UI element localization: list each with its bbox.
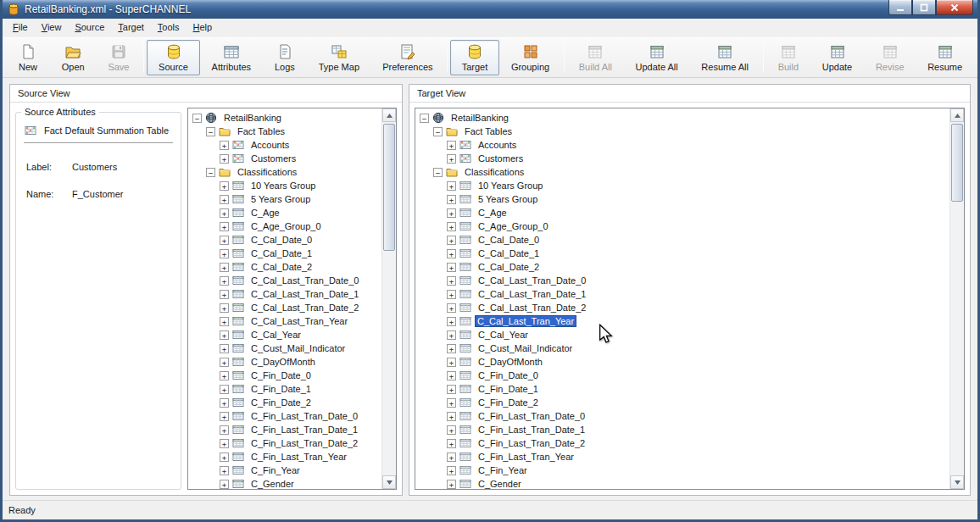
expand-icon[interactable]: +: [220, 317, 229, 326]
tree-item-label[interactable]: C_Fin_Year: [475, 464, 531, 477]
expand-icon[interactable]: +: [220, 412, 229, 421]
tree-item-c-fin-year[interactable]: +C_Fin_Year: [420, 464, 949, 477]
tree-item-c-cust-mail-indicator[interactable]: +C_Cust_Mail_Indicator: [420, 342, 949, 355]
expand-icon[interactable]: +: [220, 290, 229, 299]
tree-item-c-fin-last-tran-date-0[interactable]: +C_Fin_Last_Tran_Date_0: [420, 409, 949, 423]
tree-item-label[interactable]: C_Fin_Last_Tran_Year: [475, 450, 577, 464]
tree-item-label[interactable]: C_Cust_Mail_Indicator: [248, 342, 348, 355]
toolbar-update-button[interactable]: Update: [810, 40, 864, 75]
tree-item-label[interactable]: C_Fin_Date_1: [475, 382, 542, 396]
expand-icon[interactable]: +: [220, 439, 229, 448]
tree-item-c-cal-date-1[interactable]: +C_Cal_Date_1: [420, 247, 949, 260]
toolbar-new-button[interactable]: New: [6, 40, 50, 75]
tree-item-c-gender[interactable]: +C_Gender: [420, 477, 949, 489]
tree-item-c-cal-last-tran-year[interactable]: +C_Cal_Last_Tran_Year: [420, 314, 949, 328]
tree-item-label[interactable]: C_Gender: [475, 477, 525, 489]
tree-item-label[interactable]: Customers: [248, 152, 299, 165]
expand-icon[interactable]: +: [447, 276, 456, 286]
expand-icon[interactable]: +: [220, 303, 229, 313]
tree-item-retailbanking[interactable]: −RetailBanking: [420, 111, 949, 125]
tree-item-label[interactable]: C_Cal_Last_Tran_Year: [475, 315, 576, 327]
scroll-thumb[interactable]: [951, 124, 963, 202]
tree-item-c-cal-last-tran-date-0[interactable]: +C_Cal_Last_Tran_Date_0: [420, 274, 949, 287]
collapse-icon[interactable]: −: [206, 127, 215, 136]
scroll-up-button[interactable]: [382, 108, 396, 122]
tree-item-10-years-group[interactable]: +10 Years Group: [192, 179, 381, 192]
tree-item-c-fin-date-1[interactable]: +C_Fin_Date_1: [420, 382, 949, 396]
tree-item-fact-tables[interactable]: −Fact Tables: [192, 125, 381, 138]
tree-item-label[interactable]: 10 Years Group: [248, 179, 319, 192]
toolbar-grouping-button[interactable]: Grouping: [499, 40, 561, 75]
tree-item-c-cal-last-tran-date-2[interactable]: +C_Cal_Last_Tran_Date_2: [420, 301, 949, 314]
tree-item-c-age-group-0[interactable]: +C_Age_Group_0: [192, 219, 381, 233]
tree-item-label[interactable]: C_Fin_Last_Tran_Year: [248, 450, 350, 464]
menu-file[interactable]: File: [6, 19, 35, 37]
tree-item-c-fin-date-2[interactable]: +C_Fin_Date_2: [420, 396, 949, 409]
tree-item-c-age[interactable]: +C_Age: [420, 206, 949, 219]
title-bar[interactable]: RetailBanking.xml - SuperCHANNEL: [3, 0, 977, 19]
tree-item-customers[interactable]: +Customers: [420, 152, 949, 165]
expand-icon[interactable]: +: [447, 141, 456, 150]
tree-item-label[interactable]: Fact Tables: [234, 125, 288, 138]
tree-item-label[interactable]: C_Age_Group_0: [248, 219, 325, 233]
expand-icon[interactable]: +: [220, 358, 229, 367]
toolbar-open-button[interactable]: Open: [50, 40, 97, 75]
tree-item-label[interactable]: Customers: [475, 152, 526, 165]
expand-icon[interactable]: +: [447, 344, 456, 353]
tree-item-label[interactable]: C_Fin_Date_0: [248, 369, 315, 382]
expand-icon[interactable]: +: [447, 263, 456, 272]
tree-item-label[interactable]: C_Cal_Last_Tran_Date_1: [248, 287, 362, 301]
tree-item-c-fin-last-tran-date-1[interactable]: +C_Fin_Last_Tran_Date_1: [420, 423, 949, 436]
tree-item-label[interactable]: C_Cal_Date_1: [248, 247, 315, 260]
tree-item-label[interactable]: C_Gender: [248, 477, 298, 489]
expand-icon[interactable]: +: [447, 290, 456, 299]
expand-icon[interactable]: +: [447, 439, 456, 448]
expand-icon[interactable]: +: [447, 317, 456, 326]
expand-icon[interactable]: +: [447, 385, 456, 394]
tree-item-label[interactable]: RetailBanking: [220, 111, 285, 125]
tree-item-c-fin-last-tran-year[interactable]: +C_Fin_Last_Tran_Year: [420, 450, 949, 464]
tree-item-5-years-group[interactable]: +5 Years Group: [420, 192, 949, 206]
tree-item-c-fin-last-tran-date-0[interactable]: +C_Fin_Last_Tran_Date_0: [192, 409, 381, 423]
tree-item-c-age[interactable]: +C_Age: [192, 206, 381, 219]
scroll-thumb[interactable]: [383, 124, 395, 251]
tree-item-c-cal-date-0[interactable]: +C_Cal_Date_0: [420, 233, 949, 247]
expand-icon[interactable]: +: [447, 412, 456, 421]
tree-item-label[interactable]: C_Age_Group_0: [475, 219, 552, 233]
expand-icon[interactable]: +: [220, 453, 229, 462]
toolbar-logs-button[interactable]: Logs: [263, 40, 307, 75]
tree-item-label[interactable]: C_Cal_Last_Tran_Date_2: [475, 301, 589, 314]
expand-icon[interactable]: +: [447, 425, 456, 435]
expand-icon[interactable]: +: [447, 466, 456, 475]
expand-icon[interactable]: +: [220, 480, 229, 489]
tree-item-label[interactable]: C_Fin_Date_2: [248, 396, 315, 409]
toolbar-attributes-button[interactable]: Attributes: [200, 40, 263, 75]
expand-icon[interactable]: +: [447, 249, 456, 258]
expand-icon[interactable]: +: [220, 425, 229, 435]
tree-item-classifications[interactable]: −Classifications: [420, 165, 949, 179]
expand-icon[interactable]: +: [447, 330, 456, 340]
expand-icon[interactable]: +: [447, 480, 456, 489]
expand-icon[interactable]: +: [447, 208, 456, 218]
tree-item-label[interactable]: C_Fin_Date_1: [248, 382, 315, 396]
tree-item-5-years-group[interactable]: +5 Years Group: [192, 192, 381, 206]
expand-icon[interactable]: +: [447, 195, 456, 204]
expand-icon[interactable]: +: [447, 236, 456, 245]
expand-icon[interactable]: +: [220, 154, 229, 164]
tree-item-label[interactable]: Classifications: [234, 165, 300, 179]
collapse-icon[interactable]: −: [433, 127, 443, 136]
tree-item-label[interactable]: C_Fin_Date_0: [475, 369, 542, 382]
tree-item-c-age-group-0[interactable]: +C_Age_Group_0: [420, 219, 949, 233]
tree-item-fact-tables[interactable]: −Fact Tables: [420, 125, 949, 138]
tree-item-c-cal-last-tran-date-0[interactable]: +C_Cal_Last_Tran_Date_0: [192, 274, 381, 287]
tree-item-label[interactable]: C_Fin_Date_2: [475, 396, 542, 409]
tree-item-c-fin-date-0[interactable]: +C_Fin_Date_0: [192, 369, 381, 382]
tree-item-label[interactable]: C_Age: [475, 206, 510, 219]
tree-item-label[interactable]: C_Age: [248, 206, 283, 219]
menu-help[interactable]: Help: [187, 19, 220, 37]
collapse-icon[interactable]: −: [192, 114, 202, 123]
tree-item-label[interactable]: C_Fin_Year: [248, 464, 303, 477]
tree-item-c-cust-mail-indicator[interactable]: +C_Cust_Mail_Indicator: [192, 342, 381, 355]
collapse-icon[interactable]: −: [420, 114, 429, 123]
tree-item-c-fin-year[interactable]: +C_Fin_Year: [192, 464, 381, 477]
